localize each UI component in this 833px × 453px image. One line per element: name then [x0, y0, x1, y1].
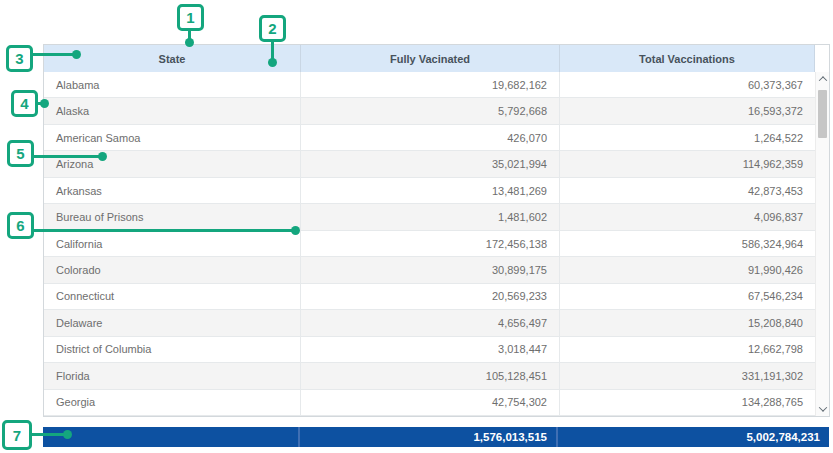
cell-state: Colorado [44, 257, 301, 282]
cell-total-vaccinations: 67,546,234 [560, 284, 815, 309]
chevron-down-icon [818, 403, 826, 411]
table-row: Georgia 42,754,302 134,288,765 [44, 390, 815, 416]
callout-2-dot [268, 58, 277, 67]
cell-total-vaccinations: 331,191,302 [560, 363, 815, 388]
table-row: Florida 105,128,451 331,191,302 [44, 363, 815, 389]
cell-state: Bureau of Prisons [44, 204, 301, 229]
cell-total-vaccinations: 60,373,367 [560, 72, 815, 97]
summary-fully-vacinated: 1,576,013,515 [300, 427, 558, 447]
table-body: Alabama 19,682,162 60,373,367 Alaska 5,7… [44, 72, 829, 416]
cell-fully-vacinated: 19,682,162 [301, 72, 560, 97]
cell-state: American Samoa [44, 125, 301, 150]
cell-total-vaccinations: 15,208,840 [560, 310, 815, 335]
table-body-rows: Alabama 19,682,162 60,373,367 Alaska 5,7… [44, 72, 815, 416]
cell-total-vaccinations: 91,990,426 [560, 257, 815, 282]
cell-state: Arkansas [44, 178, 301, 203]
callout-5-dot [98, 152, 107, 161]
cell-state: California [44, 231, 301, 256]
header-scrollbar-corner [815, 45, 829, 72]
cell-fully-vacinated: 4,656,497 [301, 310, 560, 335]
callout-7-dot [63, 430, 72, 439]
callout-4-dot [40, 99, 49, 108]
summary-state-cell [43, 427, 300, 447]
callout-1-dot [185, 38, 194, 47]
callout-7: 7 [2, 420, 32, 450]
table-row: Colorado 30,899,175 91,990,426 [44, 257, 815, 283]
callout-3-dot [72, 50, 81, 59]
table-row: Alaska 5,792,668 16,593,372 [44, 98, 815, 124]
chevron-up-icon [818, 76, 826, 84]
scrollbar-down-button[interactable] [816, 402, 829, 416]
callout-4: 4 [11, 90, 38, 117]
cell-total-vaccinations: 1,264,522 [560, 125, 815, 150]
cell-fully-vacinated: 13,481,269 [301, 178, 560, 203]
cell-total-vaccinations: 4,096,837 [560, 204, 815, 229]
callout-3-line [32, 53, 74, 56]
cell-fully-vacinated: 426,070 [301, 125, 560, 150]
vertical-scrollbar[interactable] [815, 72, 829, 416]
cell-fully-vacinated: 172,456,138 [301, 231, 560, 256]
table-row: District of Columbia 3,018,447 12,662,79… [44, 337, 815, 363]
cell-fully-vacinated: 105,128,451 [301, 363, 560, 388]
cell-fully-vacinated: 30,899,175 [301, 257, 560, 282]
callout-6: 6 [7, 212, 34, 239]
cell-state: Alabama [44, 72, 301, 97]
table-row: Arkansas 13,481,269 42,873,453 [44, 178, 815, 204]
cell-state: Alaska [44, 98, 301, 123]
summary-row: 1,576,013,515 5,002,784,231 [43, 427, 829, 447]
callout-5: 5 [7, 140, 34, 167]
table-row: Bureau of Prisons 1,481,602 4,096,837 [44, 204, 815, 230]
callout-1: 1 [177, 4, 204, 31]
cell-total-vaccinations: 12,662,798 [560, 337, 815, 362]
column-header-state: State [44, 45, 301, 72]
callout-6-dot [291, 226, 300, 235]
cell-state: District of Columbia [44, 337, 301, 362]
table-row: Arizona 35,021,994 114,962,359 [44, 151, 815, 177]
cell-fully-vacinated: 35,021,994 [301, 151, 560, 176]
cell-state: Georgia [44, 390, 301, 415]
table-row: Connecticut 20,569,233 67,546,234 [44, 284, 815, 310]
table-row: California 172,456,138 586,324,964 [44, 231, 815, 257]
cell-fully-vacinated: 5,792,668 [301, 98, 560, 123]
column-header-total-vaccinations: Total Vaccinations [560, 45, 815, 72]
cell-total-vaccinations: 114,962,359 [560, 151, 815, 176]
summary-total-vaccinations: 5,002,784,231 [558, 427, 829, 447]
callout-5-line [33, 155, 101, 158]
table-row: American Samoa 426,070 1,264,522 [44, 125, 815, 151]
cell-total-vaccinations: 42,873,453 [560, 178, 815, 203]
cell-fully-vacinated: 3,018,447 [301, 337, 560, 362]
cell-state: Delaware [44, 310, 301, 335]
callout-6-line [33, 229, 293, 232]
scrollbar-up-button[interactable] [816, 72, 829, 86]
cell-fully-vacinated: 20,569,233 [301, 284, 560, 309]
cell-total-vaccinations: 134,288,765 [560, 390, 815, 415]
cell-state: Florida [44, 363, 301, 388]
table-header-row: State Fully Vacinated Total Vaccinations [44, 45, 829, 72]
cell-fully-vacinated: 1,481,602 [301, 204, 560, 229]
column-header-fully-vacinated: Fully Vacinated [301, 45, 560, 72]
cell-total-vaccinations: 586,324,964 [560, 231, 815, 256]
table-row: Alabama 19,682,162 60,373,367 [44, 72, 815, 98]
cell-fully-vacinated: 42,754,302 [301, 390, 560, 415]
table-row: Delaware 4,656,497 15,208,840 [44, 310, 815, 336]
cell-total-vaccinations: 16,593,372 [560, 98, 815, 123]
callout-3: 3 [6, 45, 33, 72]
cell-state: Connecticut [44, 284, 301, 309]
callout-2: 2 [259, 15, 286, 42]
callout-7-line [31, 433, 65, 436]
scrollbar-thumb[interactable] [818, 90, 827, 138]
